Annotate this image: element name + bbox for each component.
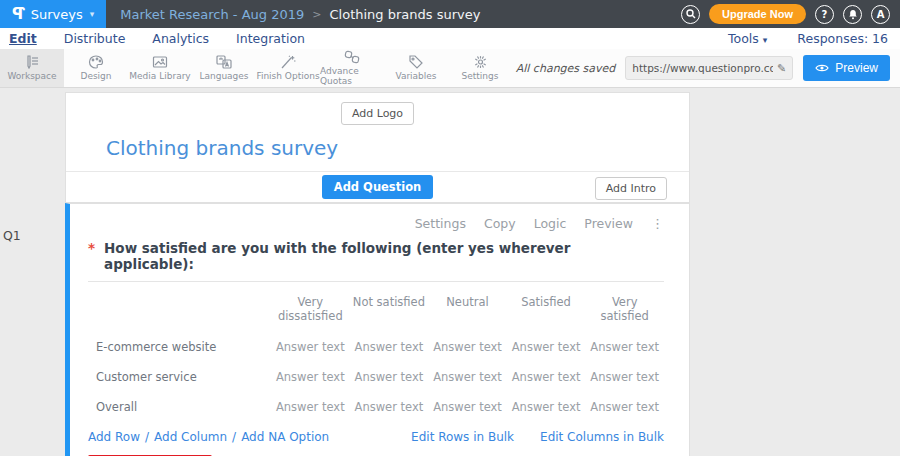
toolbar-item-languages[interactable]: Languages [192, 49, 256, 87]
magic-wand-icon [280, 55, 296, 69]
question-mark-icon: ? [822, 9, 828, 20]
toolbar-item-variables[interactable]: Variables [384, 49, 448, 87]
answer-cell[interactable]: Answer text [350, 362, 429, 392]
surveys-product-menu[interactable]: Ƥ Surveys ▾ [0, 0, 106, 28]
responses-count[interactable]: Responses: 16 [797, 31, 888, 46]
question-card: Settings Copy Logic Preview ⋮ * How sati… [65, 203, 690, 456]
question-text[interactable]: How satisfied are you with the following… [104, 240, 664, 272]
preview-button[interactable]: Preview [803, 55, 890, 81]
section-nav: Edit Distribute Analytics Integration To… [0, 28, 900, 49]
answer-cell[interactable]: Answer text [428, 332, 507, 362]
answer-cell[interactable]: Answer text [428, 392, 507, 422]
toolbar-right: All changes saved ✎ Preview [516, 49, 900, 87]
question-copy-link[interactable]: Copy [484, 216, 516, 231]
breadcrumb-separator-icon: > [312, 8, 321, 21]
answer-cell[interactable]: Answer text [350, 332, 429, 362]
answer-cell[interactable]: Answer text [428, 362, 507, 392]
survey-url-input[interactable] [632, 62, 773, 74]
nav-right: Tools ▾ Responses: 16 [728, 31, 900, 46]
questionpro-logo-icon: Ƥ [12, 5, 24, 23]
add-na-option-link[interactable]: Add NA Option [241, 430, 329, 444]
question-preview-link[interactable]: Preview [584, 216, 633, 231]
toolbar-item-settings[interactable]: Settings [448, 49, 512, 87]
add-intro-button[interactable]: Add Intro [595, 177, 667, 200]
answer-cell[interactable]: Answer text [271, 362, 350, 392]
translate-icon [216, 55, 233, 69]
toolbar-item-workspace[interactable]: Workspace [0, 49, 64, 87]
avatar-initial: A [877, 9, 885, 20]
column-header[interactable]: Not satisfied [350, 286, 429, 332]
toolbar-item-media-library[interactable]: Media Library [128, 49, 192, 87]
chain-link-icon [344, 50, 360, 64]
breadcrumb-folder[interactable]: Market Research - Aug 2019 [120, 7, 304, 22]
eye-icon [815, 63, 829, 73]
help-button[interactable]: ? [815, 5, 834, 24]
top-bar: Ƥ Surveys ▾ Market Research - Aug 2019 >… [0, 0, 900, 28]
matrix-table: Very dissatisfied Not satisfied Neutral … [88, 286, 664, 422]
column-header[interactable]: Very satisfied [585, 286, 664, 332]
question-settings-link[interactable]: Settings [415, 216, 466, 231]
tab-analytics[interactable]: Analytics [152, 31, 209, 46]
tab-integration[interactable]: Integration [236, 31, 305, 46]
chevron-down-icon: ▾ [90, 9, 95, 19]
breadcrumb: Market Research - Aug 2019 > Clothing br… [120, 7, 480, 22]
survey-title[interactable]: Clothing brands survey [106, 136, 689, 160]
matrix-edit-links: Add Row / Add Column / Add NA Option Edi… [88, 430, 664, 444]
answer-cell[interactable]: Answer text [585, 332, 664, 362]
column-header[interactable]: Very dissatisfied [271, 286, 350, 332]
edit-rows-in-bulk-link[interactable]: Edit Rows in Bulk [411, 430, 514, 444]
add-row-link[interactable]: Add Row [88, 430, 140, 444]
toolbar-item-finish-options[interactable]: Finish Options [256, 49, 320, 87]
tools-menu[interactable]: Tools ▾ [728, 31, 767, 46]
survey-header-card: Add Logo Clothing brands survey Add Ques… [65, 92, 690, 203]
add-question-button-top[interactable]: Add Question [322, 175, 434, 199]
save-status: All changes saved [516, 62, 616, 75]
product-name: Surveys [31, 7, 83, 22]
question-actions: Settings Copy Logic Preview ⋮ [88, 204, 664, 231]
tag-icon [408, 55, 424, 69]
question-logic-link[interactable]: Logic [534, 216, 567, 231]
answer-cell[interactable]: Answer text [507, 362, 586, 392]
search-button[interactable] [681, 5, 700, 24]
palette-icon [88, 55, 104, 69]
column-header[interactable]: Satisfied [507, 286, 586, 332]
tab-distribute[interactable]: Distribute [64, 31, 126, 46]
edit-columns-in-bulk-link[interactable]: Edit Columns in Bulk [540, 430, 664, 444]
topbar-actions: Upgrade Now ? A [681, 4, 900, 24]
answer-cell[interactable]: Answer text [507, 392, 586, 422]
answer-cell[interactable]: Answer text [507, 332, 586, 362]
gear-icon [473, 55, 488, 69]
image-icon [152, 55, 168, 69]
bell-icon [848, 9, 858, 20]
row-label[interactable]: E-commerce website [88, 332, 271, 362]
toolbar-item-design[interactable]: Design [64, 49, 128, 87]
answer-cell[interactable]: Answer text [585, 362, 664, 392]
search-icon [686, 9, 696, 19]
required-asterisk: * [88, 240, 95, 272]
add-column-link[interactable]: Add Column [154, 430, 227, 444]
answer-cell[interactable]: Answer text [271, 392, 350, 422]
answer-cell[interactable]: Answer text [350, 392, 429, 422]
tab-edit[interactable]: Edit [9, 31, 37, 46]
survey-canvas: Q1 Add Logo Clothing brands survey Add Q… [0, 88, 900, 456]
notifications-button[interactable] [843, 5, 862, 24]
account-avatar[interactable]: A [871, 5, 890, 24]
edit-url-icon[interactable]: ✎ [777, 62, 786, 75]
answer-cell[interactable]: Answer text [271, 332, 350, 362]
row-label[interactable]: Customer service [88, 362, 271, 392]
breadcrumb-survey-name: Clothing brands survey [330, 7, 481, 22]
upgrade-now-button[interactable]: Upgrade Now [709, 4, 806, 24]
survey-url-field[interactable]: ✎ [625, 56, 793, 80]
column-header[interactable]: Neutral [428, 286, 507, 332]
toolbar-item-advance-quotas[interactable]: Advance Quotas [320, 49, 384, 87]
validation-row: Validation Force Response ▾ Force Respon… [88, 448, 664, 456]
more-options-icon[interactable]: ⋮ [651, 216, 664, 231]
question-number-label: Q1 [3, 228, 21, 243]
row-label[interactable]: Overall [88, 392, 271, 422]
workspace-icon [24, 55, 40, 69]
chevron-down-icon: ▾ [763, 35, 768, 45]
nav-tabs: Edit Distribute Analytics Integration [0, 31, 305, 46]
editor-toolbar: Workspace Design Media Library Languages… [0, 49, 900, 88]
add-logo-button[interactable]: Add Logo [341, 102, 414, 125]
answer-cell[interactable]: Answer text [585, 392, 664, 422]
